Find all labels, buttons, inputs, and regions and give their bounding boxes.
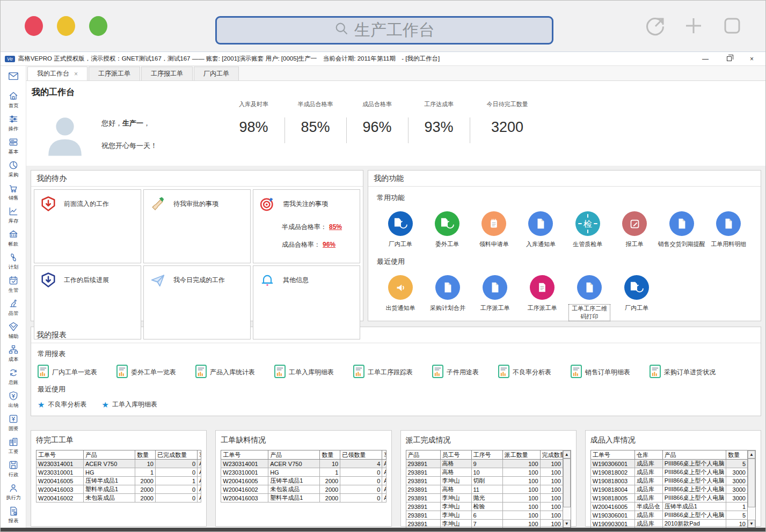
sidebar-item[interactable]: 帐款 xyxy=(5,229,21,248)
tab[interactable]: 厂内工单 xyxy=(194,66,239,80)
column-header[interactable]: 产品 xyxy=(406,450,440,460)
scrollbar-thumb[interactable] xyxy=(748,459,755,507)
report-link[interactable]: 委外工单一览表 xyxy=(116,365,176,380)
function-shortcut[interactable]: 工序派工单 xyxy=(471,275,519,312)
column-header[interactable]: 派工数量 xyxy=(502,450,540,460)
sidebar-item[interactable]: 采购 xyxy=(5,160,21,179)
report-link[interactable]: 采购订单进货状况 xyxy=(650,365,716,380)
sidebar-item[interactable]: 计划 xyxy=(5,252,21,271)
table-row[interactable]: 293891高格11100100 xyxy=(406,485,563,494)
column-header[interactable]: 仓库 xyxy=(634,450,662,460)
table-row[interactable]: W230310001HG10A-插件车间 xyxy=(221,468,386,477)
table-row[interactable]: W230314001ACER V750100A-插件车间 xyxy=(37,460,201,468)
scroll-up-icon[interactable]: ▲ xyxy=(748,450,755,459)
scroll-up-icon[interactable]: ▲ xyxy=(563,450,571,459)
column-header[interactable]: 产品 xyxy=(84,450,135,460)
tab-close-icon[interactable]: × xyxy=(74,70,78,78)
table-row[interactable]: W200416002未包装成品20000A-插件车间 xyxy=(221,485,386,494)
todo-card[interactable]: 工作的后续进展 xyxy=(34,265,141,339)
tab[interactable]: 我的工作台 × xyxy=(27,66,87,80)
table-row[interactable]: W200416002未包装成品20000A-插件车间 xyxy=(37,494,201,503)
sidebar-item[interactable]: 总账 xyxy=(5,367,21,386)
scroll-down-icon[interactable]: ▼ xyxy=(748,520,755,528)
restore-icon[interactable] xyxy=(727,56,732,61)
table-row[interactable]: 293891李坤山切削100100 xyxy=(406,477,563,485)
recent-report-link[interactable]: ★ 工单入库明细表 xyxy=(101,400,157,409)
column-header[interactable]: 完成数量 xyxy=(540,450,563,460)
tab[interactable]: 工序派工单 xyxy=(89,66,140,80)
todo-card[interactable]: 待我审批的事项 xyxy=(143,189,251,263)
function-shortcut[interactable]: 工单工序二维码打印 xyxy=(566,275,613,321)
function-shortcut[interactable]: 厂内工单 xyxy=(377,211,424,248)
zoom-traffic-light-icon[interactable] xyxy=(89,16,107,36)
table-row[interactable]: 293891高格10100100 xyxy=(406,468,563,477)
sidebar-item[interactable]: 固资 xyxy=(5,413,21,432)
column-header[interactable]: 车间 xyxy=(198,450,201,460)
sidebar-item[interactable]: 销售 xyxy=(5,183,21,202)
function-shortcut[interactable]: 委外工单 xyxy=(424,211,470,248)
table-row[interactable]: W190818004成品库PIII866桌上型个人电脑3000 xyxy=(590,485,747,494)
todo-card[interactable]: 我今日完成的工作 xyxy=(143,265,251,339)
table-row[interactable]: 293891高格9100100 xyxy=(406,460,563,468)
table-row[interactable]: W200416003塑料半成品120000A-插件车间 xyxy=(37,485,201,494)
column-header[interactable]: 工单号 xyxy=(221,450,268,460)
function-shortcut[interactable]: 出货通知单 xyxy=(377,275,424,312)
report-link[interactable]: 产品入库统计表 xyxy=(195,365,255,380)
sidebar-item[interactable]: 生管 xyxy=(5,275,21,294)
todo-card[interactable]: 需我关注的事项 半成品合格率：85% xyxy=(253,189,360,263)
sidebar-item[interactable]: 报表 xyxy=(5,506,21,524)
sidebar-item[interactable]: 辅助 xyxy=(5,321,21,340)
tab[interactable]: 工序报工单 xyxy=(141,66,193,80)
close-icon[interactable]: × xyxy=(750,56,754,62)
sidebar-item[interactable]: 成本 xyxy=(5,344,21,363)
report-link[interactable]: 销售订单明细表 xyxy=(571,365,630,380)
column-header[interactable]: 已领数量 xyxy=(340,450,382,460)
sidebar-item[interactable]: 品管 xyxy=(5,298,21,317)
column-header[interactable]: 车间 xyxy=(382,450,386,460)
report-link[interactable]: 不良率分析表 xyxy=(498,365,551,380)
sidebar-item[interactable]: 首页 xyxy=(5,91,21,109)
todo-card[interactable]: 前面流入的工作 xyxy=(34,189,141,263)
report-link[interactable]: 工单入库明细表 xyxy=(274,365,334,380)
column-header[interactable]: 产品 xyxy=(662,450,726,460)
address-bar[interactable]: 生产工作台 xyxy=(215,16,553,45)
sidebar-item[interactable]: 工资 xyxy=(5,437,21,455)
column-header[interactable]: 数量 xyxy=(135,450,156,460)
column-header[interactable]: 员工号 xyxy=(440,450,471,460)
table-row[interactable]: W190818002成品库PIII866桌上型个人电脑3000 xyxy=(590,468,747,477)
table-row[interactable]: W200416003塑料半成品120000A-插件车间 xyxy=(221,494,386,503)
table-row[interactable]: W190818005成品库PIII866桌上型个人电脑3000 xyxy=(590,494,747,503)
function-shortcut[interactable]: 报工单 xyxy=(611,211,658,248)
scrollbar-thumb[interactable] xyxy=(563,459,571,507)
function-shortcut[interactable]: 领料申请单 xyxy=(471,211,517,248)
column-header[interactable]: 工序号 xyxy=(471,450,502,460)
todo-card[interactable]: 其他信息 xyxy=(253,265,360,339)
sidebar-item[interactable]: 行政 xyxy=(5,460,21,478)
minimize-icon[interactable]: — xyxy=(702,56,709,62)
table-row[interactable]: W230310001HG10A-插件车间 xyxy=(37,468,201,477)
function-shortcut[interactable]: 采购计划合并 xyxy=(424,275,471,312)
mail-icon[interactable] xyxy=(7,70,20,84)
scroll-down-icon[interactable]: ▼ xyxy=(563,520,571,528)
column-header[interactable]: 已完成数量 xyxy=(156,450,198,460)
vertical-scrollbar[interactable]: ▲ ▼ xyxy=(563,450,571,528)
column-header[interactable]: 工单号 xyxy=(590,450,634,460)
function-shortcut[interactable]: 销售交货到期提醒 xyxy=(658,211,705,248)
table-row[interactable]: 293891李坤山抛光100100 xyxy=(406,494,563,503)
report-link[interactable]: 厂内工单一览表 xyxy=(38,365,97,380)
sidebar-item[interactable]: 基本 xyxy=(5,137,21,156)
function-shortcut[interactable]: 工单用料明细 xyxy=(705,211,752,248)
function-shortcut[interactable]: 工序派工单 xyxy=(519,275,566,312)
recent-report-link[interactable]: ★ 不良率分析表 xyxy=(38,400,86,409)
table-row[interactable]: 293891李坤山7100100 xyxy=(406,520,563,528)
table-row[interactable]: W200416005压铸半成品120001A-插件车间 xyxy=(37,477,201,485)
new-tab-plus-icon[interactable] xyxy=(682,14,705,38)
function-shortcut[interactable]: 厂内工单 xyxy=(613,275,660,312)
column-header[interactable]: 数量 xyxy=(320,450,340,460)
function-shortcut[interactable]: 入库通知单 xyxy=(517,211,564,248)
table-row[interactable]: 293891李坤山检验100100 xyxy=(406,503,563,511)
open-in-new-icon[interactable] xyxy=(643,14,667,38)
scrollbar-track[interactable] xyxy=(563,459,571,520)
column-header[interactable]: 工单号 xyxy=(37,450,84,460)
function-shortcut[interactable]: 检 生管质检单 xyxy=(564,211,611,248)
